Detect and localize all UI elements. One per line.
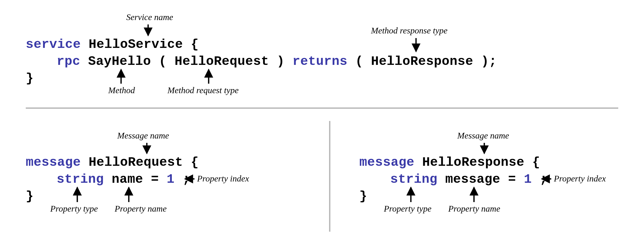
brace-close: } xyxy=(26,71,34,86)
response-type: HelloResponse xyxy=(371,54,473,69)
paren-close-semi: ); xyxy=(481,54,497,69)
keyword-message: message xyxy=(359,155,414,170)
property-name: message xyxy=(445,172,501,187)
code-line-msgreq-decl: message HelloRequest { xyxy=(26,155,199,170)
label-property-name-res: Property name xyxy=(448,204,500,214)
service-name: HelloService xyxy=(89,37,183,52)
equals: = xyxy=(151,172,167,187)
label-property-name-req: Property name xyxy=(115,204,167,214)
label-property-index-req: Property index xyxy=(197,174,249,184)
code-line-service-close: } xyxy=(26,71,34,86)
code-line-msgreq-prop: string name = 1 ; xyxy=(57,172,190,187)
label-method-request-type: Method request type xyxy=(167,85,239,95)
code-line-rpc: rpc SayHello ( HelloRequest ) returns ( … xyxy=(57,54,497,69)
property-name: name xyxy=(112,172,143,187)
equals: = xyxy=(508,172,524,187)
paren-close: ) xyxy=(277,54,285,69)
keyword-returns: returns xyxy=(292,54,348,69)
label-method-response-type: Method response type xyxy=(371,26,447,36)
keyword-rpc: rpc xyxy=(57,54,80,69)
keyword-service: service xyxy=(26,37,81,52)
code-line-service-decl: service HelloService { xyxy=(26,37,199,52)
code-line-msgres-decl: message HelloResponse { xyxy=(359,155,540,170)
label-property-type-req: Property type xyxy=(50,204,98,214)
code-line-msgreq-close: } xyxy=(26,189,34,204)
paren-open: ( xyxy=(355,54,363,69)
semicolon: ; xyxy=(182,172,190,187)
paren-open: ( xyxy=(159,54,167,69)
label-method: Method xyxy=(108,85,135,95)
diagram-root: service HelloService { rpc SayHello ( He… xyxy=(0,0,644,252)
brace-open: { xyxy=(532,155,540,170)
label-message-name-req: Message name xyxy=(117,131,169,141)
property-index: 1 xyxy=(524,172,532,187)
label-property-type-res: Property type xyxy=(384,204,431,214)
brace-close: } xyxy=(359,189,367,204)
method-name: SayHello xyxy=(88,54,151,69)
label-message-name-res: Message name xyxy=(457,131,509,141)
semicolon: ; xyxy=(540,172,548,187)
brace-close: } xyxy=(26,189,34,204)
request-type: HelloRequest xyxy=(175,54,269,69)
message-name: HelloRequest xyxy=(89,155,183,170)
property-type: string xyxy=(57,172,104,187)
brace-open: { xyxy=(191,155,199,170)
code-line-msgres-prop: string message = 1 ; xyxy=(390,172,547,187)
brace-open: { xyxy=(191,37,199,52)
label-service-name: Service name xyxy=(126,12,173,22)
property-index: 1 xyxy=(167,172,175,187)
keyword-message: message xyxy=(26,155,81,170)
label-property-index-res: Property index xyxy=(554,174,606,184)
message-name: HelloResponse xyxy=(422,155,524,170)
code-line-msgres-close: } xyxy=(359,189,367,204)
property-type: string xyxy=(390,172,437,187)
